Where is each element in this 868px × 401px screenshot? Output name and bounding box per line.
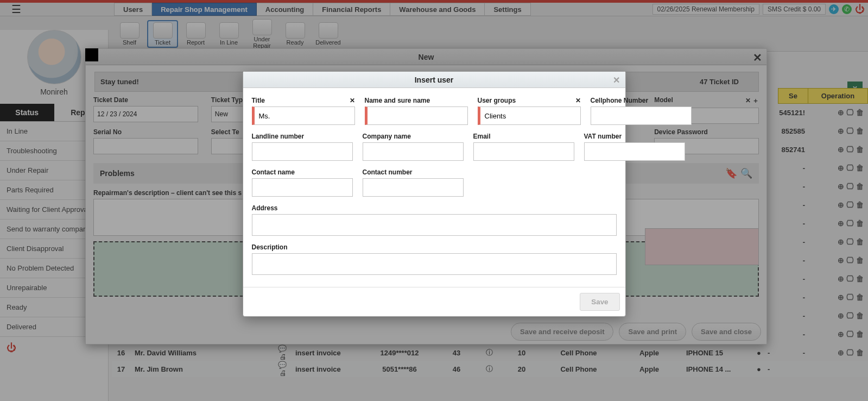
input-title[interactable] [252,106,355,125]
label-contact-number: Contact number [363,168,464,176]
input-cellphone[interactable] [591,106,692,125]
clear-title-icon[interactable]: ✕ [350,97,355,104]
save-button[interactable]: Save [580,293,619,311]
label-title: Title [252,97,265,104]
input-contact-name[interactable] [252,178,353,197]
modal-insert-user: Insert user ✕ Title✕ Name and sure name … [243,71,626,317]
label-cellphone: Cellphone Number [591,97,692,104]
label-landline: Landline number [252,133,353,140]
clear-groups-icon[interactable]: ✕ [575,97,581,104]
input-address[interactable] [252,214,617,236]
label-address: Address [252,204,617,212]
modal-handle [85,48,98,61]
input-landline[interactable] [252,142,353,161]
close-icon[interactable]: ✕ [613,75,620,85]
input-groups[interactable] [478,106,581,125]
input-description[interactable] [252,253,617,275]
label-company: Company name [363,133,464,140]
label-vat: VAT number [584,133,685,140]
input-contact-number[interactable] [363,178,464,197]
label-contact-name: Contact name [252,168,353,176]
input-email[interactable] [473,142,574,161]
modal-user-title: Insert user [415,76,454,84]
input-name[interactable] [365,106,468,125]
input-vat[interactable] [584,142,685,161]
label-name: Name and sure name [365,97,468,104]
label-description: Description [252,243,617,251]
input-company[interactable] [363,142,464,161]
label-email: Email [473,133,574,140]
label-groups: User groups [478,97,516,104]
